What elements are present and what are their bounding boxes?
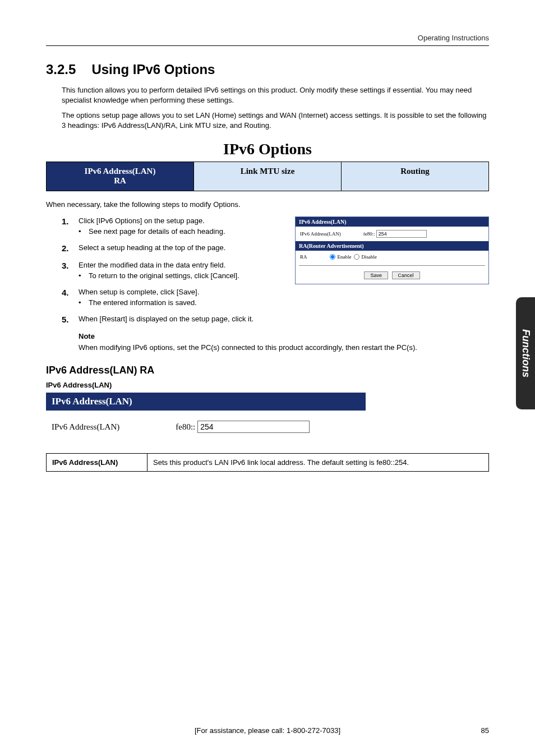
ipv6-panel-prefix: fe80:: (176, 422, 195, 432)
note-label: Note (79, 332, 489, 340)
step-4: 4. When setup is complete, click [Save].… (62, 288, 489, 307)
step-4-bullet: The entered information is saved. (89, 298, 197, 307)
description-table: IPv6 Address(LAN) Sets this product's LA… (46, 453, 489, 472)
options-banner: IPv6 Options IPv6 Address(LAN) RA Link M… (46, 136, 489, 191)
tab1-line2: RA (114, 176, 126, 185)
step-3-number: 3. (62, 261, 79, 280)
subheading-ipv6-lan: IPv6 Address(LAN) (46, 381, 489, 389)
bullet-dot-icon: • (79, 271, 89, 280)
step-4-text: When setup is complete, click [Save]. (79, 288, 199, 296)
when-necessary-text: When necessary, take the following steps… (46, 200, 489, 209)
footer-assistance-text: [For assistance, please call: 1-800-272-… (195, 726, 340, 735)
table-term: IPv6 Address(LAN) (47, 454, 147, 472)
step-5-text: When [Restart] is displayed on the setup… (79, 315, 253, 323)
mini-header-ipv6: IPv6 Address(LAN) (296, 217, 488, 227)
step-4-number: 4. (62, 288, 79, 307)
bullet-dot-icon: • (79, 298, 89, 307)
ipv6-address-input[interactable] (197, 421, 310, 433)
footer: [For assistance, please call: 1-800-272-… (46, 726, 489, 735)
step-3: 3. Enter the modified data in the data e… (62, 261, 285, 280)
mini-ra-disable-radio[interactable] (354, 254, 359, 260)
mini-ipv6-input[interactable] (376, 230, 427, 238)
step-1-text: Click [IPv6 Options] on the setup page. (79, 216, 205, 225)
step-1-number: 1. (62, 216, 79, 236)
options-banner-title: IPv6 Options (46, 136, 489, 162)
intro-paragraph-2: The options setup page allows you to set… (62, 110, 489, 130)
tab-routing[interactable]: Routing (342, 162, 488, 191)
intro-paragraph-1: This function allows you to perform deta… (62, 85, 489, 105)
mini-ipv6-label: IPv6 Address(LAN) (300, 231, 341, 237)
table-description: Sets this product's LAN IPv6 link local … (147, 454, 489, 472)
mini-header-ra: RA(Router Advertisement) (296, 241, 488, 251)
note-block: Note When modifying IPv6 options, set th… (79, 332, 489, 353)
note-text: When modifying IPv6 options, set the PC(… (79, 343, 489, 353)
step-5: 5. When [Restart] is displayed on the se… (62, 315, 489, 324)
tab-link-mtu-size[interactable]: Link MTU size (194, 162, 342, 191)
step-1: 1. Click [IPv6 Options] on the setup pag… (62, 216, 285, 236)
mini-ra-label: RA (300, 254, 307, 260)
section-title-text: Using IPv6 Options (91, 62, 215, 77)
section-title: 3.2.5Using IPv6 Options (46, 62, 489, 77)
mini-save-button[interactable]: Save (364, 271, 388, 279)
mini-prefix-text: fe80:: (363, 231, 375, 237)
step-5-number: 5. (62, 315, 79, 324)
ipv6-address-panel: IPv6 Address(LAN) IPv6 Address(LAN) fe80… (46, 393, 366, 445)
mini-ra-enable-label: Enable (338, 254, 352, 260)
section-number: 3.2.5 (46, 62, 76, 77)
bullet-dot-icon: • (79, 227, 89, 236)
header-right-text: Operating Instructions (46, 34, 489, 42)
step-2: 2. Select a setup heading at the top of … (62, 243, 285, 253)
ipv6-panel-header: IPv6 Address(LAN) (46, 393, 366, 411)
header-divider (46, 45, 489, 46)
step-2-text: Select a setup heading at the top of the… (79, 243, 225, 252)
step-3-bullet: To return to the original settings, clic… (89, 271, 239, 280)
mini-divider (299, 265, 485, 266)
mini-cancel-button[interactable]: Cancel (392, 271, 420, 279)
subheading-ipv6-ra: IPv6 Address(LAN) RA (46, 365, 489, 376)
tab-ipv6-address-lan-ra[interactable]: IPv6 Address(LAN) RA (47, 162, 194, 191)
mini-ra-disable-label: Disable (362, 254, 377, 260)
ipv6-panel-label: IPv6 Address(LAN) (52, 422, 119, 432)
step-2-number: 2. (62, 243, 79, 253)
side-tab-functions: Functions (516, 297, 535, 409)
page-number: 85 (481, 726, 489, 735)
step-3-text: Enter the modified data in the data entr… (79, 261, 225, 269)
table-row: IPv6 Address(LAN) Sets this product's LA… (47, 454, 489, 472)
mini-screenshot: IPv6 Address(LAN) IPv6 Address(LAN) fe80… (295, 216, 489, 284)
tab1-line1: IPv6 Address(LAN) (85, 167, 156, 176)
mini-ra-enable-radio[interactable] (330, 254, 335, 260)
options-tabs: IPv6 Address(LAN) RA Link MTU size Routi… (46, 162, 489, 191)
step-1-bullet: See next page for details of each headin… (89, 227, 225, 236)
